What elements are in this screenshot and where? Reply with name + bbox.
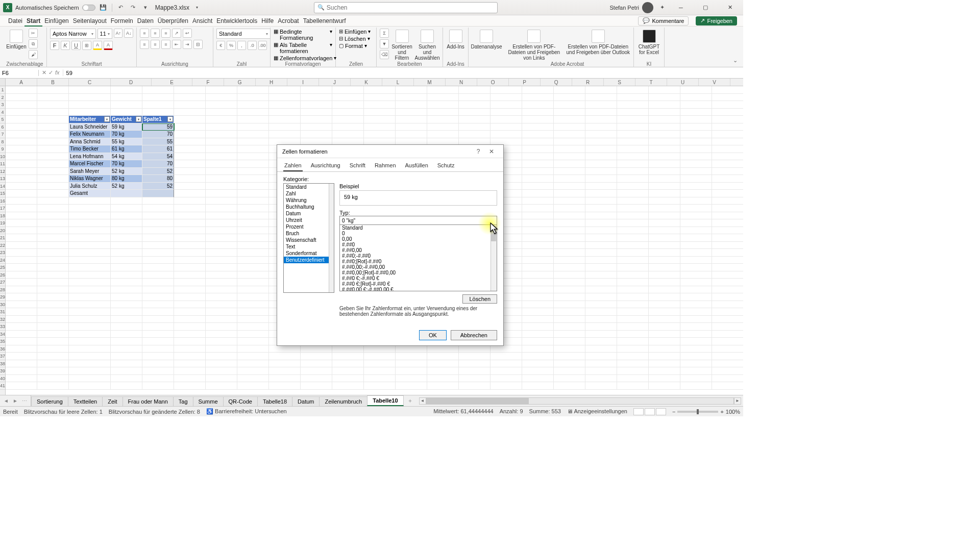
cell[interactable]	[364, 86, 396, 94]
cell[interactable]	[206, 279, 237, 286]
cell[interactable]	[174, 293, 206, 301]
cell[interactable]	[237, 367, 269, 375]
cell[interactable]	[680, 86, 712, 94]
cell[interactable]	[554, 131, 585, 138]
row-header[interactable]: 24	[0, 257, 5, 264]
row-header[interactable]: 32	[0, 316, 5, 323]
font-name-combo[interactable]: Aptos Narrow▾	[50, 29, 96, 39]
cell[interactable]	[649, 212, 680, 220]
cell[interactable]	[37, 264, 69, 271]
cell[interactable]	[522, 86, 554, 94]
cell[interactable]	[522, 271, 554, 279]
cell[interactable]	[69, 360, 111, 368]
cell[interactable]	[585, 138, 617, 146]
row-header[interactable]: 14	[0, 183, 5, 190]
page-layout-icon[interactable]	[645, 408, 655, 415]
cell[interactable]	[332, 375, 364, 383]
cell[interactable]	[69, 86, 111, 94]
cell[interactable]	[269, 360, 301, 368]
row-header[interactable]: 9	[0, 145, 5, 153]
cell[interactable]	[111, 94, 142, 102]
cell[interactable]	[649, 345, 680, 353]
cell[interactable]	[174, 286, 206, 294]
cell[interactable]	[206, 301, 237, 309]
type-list-item[interactable]: #.##0,00;-#.##0,00	[340, 264, 497, 270]
cell[interactable]	[554, 160, 585, 168]
cell[interactable]	[427, 131, 459, 138]
cell[interactable]	[649, 338, 680, 345]
cell[interactable]	[6, 360, 37, 368]
cell[interactable]	[649, 138, 680, 146]
cell[interactable]	[269, 101, 301, 109]
shrink-font-icon[interactable]: A↓	[124, 29, 133, 38]
cell[interactable]	[617, 345, 649, 353]
wrap-icon[interactable]: ↩	[183, 29, 192, 38]
dialog-tab[interactable]: Ausrichtung	[310, 160, 341, 171]
cell[interactable]	[396, 382, 427, 390]
cell[interactable]	[680, 293, 712, 301]
undo-icon[interactable]: ↶	[116, 3, 126, 12]
cell[interactable]	[37, 375, 69, 383]
column-header[interactable]: F	[192, 79, 224, 86]
tab-menu-icon[interactable]: ⋯	[20, 398, 29, 404]
cell[interactable]	[6, 279, 37, 286]
cell[interactable]	[142, 345, 174, 353]
cell[interactable]	[585, 160, 617, 168]
cell[interactable]	[649, 101, 680, 109]
autosum-icon[interactable]: Σ	[380, 29, 389, 38]
cell[interactable]	[522, 153, 554, 161]
horizontal-scrollbar[interactable]: ◄ ►	[417, 395, 743, 406]
autosave-toggle[interactable]: Automatisches Speichern	[15, 5, 95, 11]
cell[interactable]	[6, 138, 37, 146]
cell[interactable]	[6, 131, 37, 138]
cell[interactable]	[459, 94, 491, 102]
align-left-icon[interactable]: ≡	[140, 40, 149, 49]
cell[interactable]	[142, 308, 174, 316]
cell[interactable]	[111, 293, 142, 301]
cell[interactable]	[206, 116, 237, 123]
cell[interactable]	[712, 249, 743, 257]
cell[interactable]	[332, 109, 364, 116]
cell[interactable]	[6, 197, 37, 205]
cell[interactable]	[332, 123, 364, 131]
cell[interactable]	[237, 375, 269, 383]
dialog-tab[interactable]: Rahmen	[374, 160, 397, 171]
cell[interactable]	[206, 94, 237, 102]
cell[interactable]	[649, 353, 680, 360]
cell[interactable]	[301, 94, 332, 102]
cell[interactable]	[617, 367, 649, 375]
cell[interactable]	[6, 308, 37, 316]
column-header[interactable]: G	[224, 79, 256, 86]
cell[interactable]	[649, 308, 680, 316]
cell[interactable]	[206, 86, 237, 94]
cell[interactable]	[680, 345, 712, 353]
cell[interactable]	[142, 219, 174, 227]
cell[interactable]	[522, 367, 554, 375]
cell[interactable]	[427, 367, 459, 375]
cell[interactable]	[6, 382, 37, 390]
cell[interactable]	[585, 293, 617, 301]
cell[interactable]	[237, 145, 269, 153]
cell[interactable]	[269, 367, 301, 375]
cell[interactable]	[206, 264, 237, 271]
category-item[interactable]: Zahl	[284, 190, 334, 197]
cell[interactable]	[554, 94, 585, 102]
cell[interactable]: Marcel Fischer	[69, 160, 111, 168]
cell[interactable]	[69, 101, 111, 109]
cell[interactable]: Anna Schmid	[69, 138, 111, 146]
cell[interactable]	[712, 94, 743, 102]
cell[interactable]	[554, 264, 585, 271]
cell[interactable]	[111, 308, 142, 316]
cell[interactable]	[649, 227, 680, 235]
cell[interactable]	[237, 301, 269, 309]
cell[interactable]	[522, 183, 554, 190]
menu-acrobat[interactable]: Acrobat	[276, 16, 301, 26]
cell[interactable]	[522, 257, 554, 264]
cell[interactable]	[301, 353, 332, 360]
cell[interactable]: Gewicht▾	[111, 116, 142, 123]
align-middle-icon[interactable]: ≡	[151, 29, 160, 38]
cell[interactable]	[237, 279, 269, 286]
cell[interactable]	[37, 279, 69, 286]
cell[interactable]	[69, 375, 111, 383]
cell[interactable]	[554, 153, 585, 161]
